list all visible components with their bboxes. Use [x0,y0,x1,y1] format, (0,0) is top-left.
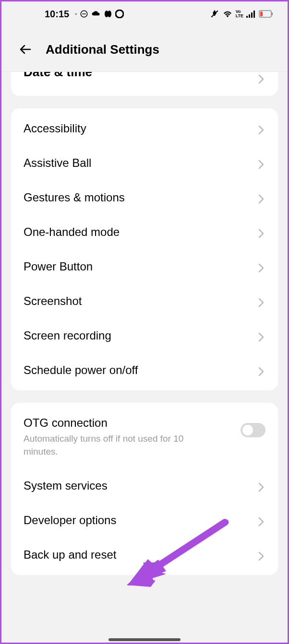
svg-rect-6 [246,16,248,18]
settings-item-power-button[interactable]: Power Button [11,249,278,284]
svg-rect-9 [253,11,255,18]
otg-toggle[interactable] [241,423,265,437]
mute-icon [210,9,219,19]
chevron-right-icon [258,332,265,340]
status-time: 10:15 [45,9,69,20]
item-text: OTG connection Automatically turns off i… [24,416,241,458]
dnd-icon [80,10,88,18]
item-label: Gestures & motions [24,191,125,204]
cloud-icon [91,11,101,17]
chevron-right-icon [258,516,265,524]
item-label: One-handed mode [24,225,120,239]
volte-icon: VoLTE [236,10,243,18]
item-label: Assistive Ball [24,156,91,170]
settings-item-schedule-power[interactable]: Schedule power on/off [11,353,278,387]
settings-item-back-up-and-reset[interactable]: Back up and reset [11,538,278,572]
pill-icon [104,10,112,18]
item-label: Screen recording [24,329,111,342]
item-label: Schedule power on/off [24,363,138,377]
settings-item-one-handed-mode[interactable]: One-handed mode [11,215,278,249]
status-bar: 10:15 ▫ VoLTE [1,1,288,26]
content-scroll[interactable]: Date & time Accessibility Assistive Ball… [1,72,288,575]
status-right: VoLTE [210,9,273,19]
chevron-right-icon [258,194,265,201]
item-label: Accessibility [24,122,86,135]
svg-rect-12 [260,12,263,16]
settings-group-1: Accessibility Assistive Ball Gestures & … [11,108,278,390]
item-label: Back up and reset [24,548,116,562]
settings-item-developer-options[interactable]: Developer options [11,503,278,538]
item-label: System services [24,479,108,492]
settings-group-2: OTG connection Automatically turns off i… [11,403,278,575]
item-label: Date & time [24,72,92,80]
item-label: Power Button [24,260,93,273]
signal-icon [246,10,256,18]
chevron-right-icon [258,366,265,374]
page-header: Additional Settings [1,26,288,72]
settings-item-accessibility[interactable]: Accessibility [11,111,278,146]
svg-point-3 [108,11,111,17]
chevron-right-icon [258,74,265,82]
settings-item-gestures-motions[interactable]: Gestures & motions [11,180,278,215]
settings-item-screenshot[interactable]: Screenshot [11,284,278,318]
back-button[interactable] [17,41,34,58]
svg-point-4 [116,10,123,18]
nav-handle[interactable] [108,638,181,641]
chevron-right-icon [258,159,265,167]
settings-item-otg-connection[interactable]: OTG connection Automatically turns off i… [11,406,278,468]
chevron-right-icon [258,125,265,132]
settings-item-date-time[interactable]: Date & time [11,72,278,93]
status-misc-icon: ▫ [75,11,77,17]
toggle-knob [242,425,253,435]
svg-rect-11 [272,12,273,15]
status-left: 10:15 ▫ [45,9,124,20]
circle-icon [115,10,124,18]
wifi-icon [222,10,233,18]
chevron-right-icon [258,228,265,236]
chevron-right-icon [258,482,265,490]
settings-item-system-services[interactable]: System services [11,468,278,503]
page-title: Additional Settings [46,42,159,57]
item-label: Screenshot [24,294,82,308]
chevron-right-icon [258,551,265,559]
item-label: OTG connection [24,416,241,430]
svg-rect-8 [251,12,253,18]
chevron-right-icon [258,297,265,305]
item-label: Developer options [24,514,116,527]
chevron-right-icon [258,263,265,270]
battery-icon [259,10,273,18]
settings-group-0: Date & time [11,72,278,96]
settings-item-assistive-ball[interactable]: Assistive Ball [11,146,278,180]
svg-rect-7 [249,14,250,18]
item-subtitle: Automatically turns off if not used for … [24,433,216,458]
settings-item-screen-recording[interactable]: Screen recording [11,318,278,353]
arrow-left-icon [18,42,33,57]
